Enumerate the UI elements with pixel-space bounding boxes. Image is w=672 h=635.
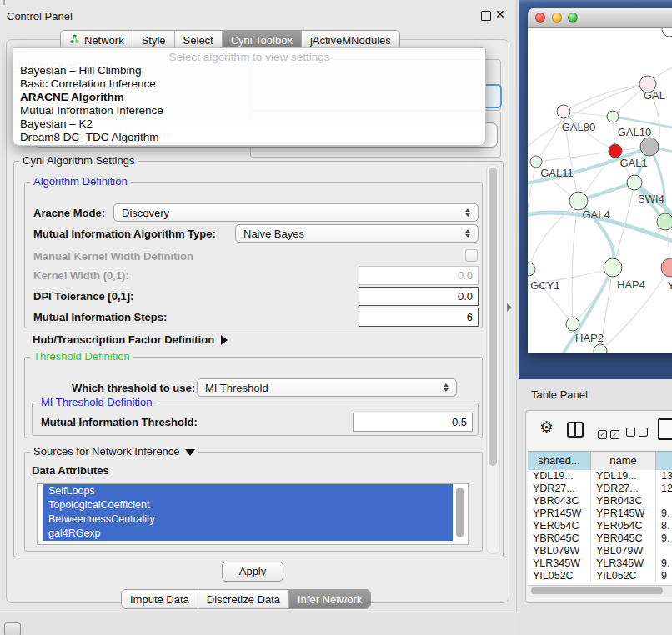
table-cell[interactable]: YER054C — [528, 520, 591, 532]
algorithm-option-mutual-information-inference[interactable]: Mutual Information Inference — [13, 104, 485, 118]
select-all-columns-icon[interactable]: ✓✓ — [598, 425, 623, 440]
minimize-traffic-light-icon[interactable] — [552, 12, 562, 22]
network-node-swi4[interactable] — [627, 175, 642, 190]
table-cell[interactable]: 9. — [656, 508, 672, 520]
mi-threshold-field[interactable]: 0.5 — [353, 412, 473, 432]
zoom-traffic-light-icon[interactable] — [568, 12, 578, 22]
split-columns-icon[interactable] — [567, 422, 584, 438]
manual-kernel-width-checkbox[interactable] — [465, 249, 478, 262]
network-edge[interactable] — [528, 162, 536, 256]
network-node-hap2[interactable] — [566, 318, 579, 331]
column-header-cut[interactable] — [656, 452, 672, 470]
network-node-y[interactable] — [661, 258, 672, 277]
tab-discretize-data[interactable]: Discretize Data — [198, 590, 289, 608]
mi-threshold-label: Mutual Information Threshold: — [41, 416, 198, 428]
table-cell[interactable]: YIL052C — [528, 570, 591, 582]
float-window-icon[interactable] — [481, 11, 491, 21]
network-node-gal11[interactable] — [530, 156, 542, 168]
network-node-gal80[interactable] — [557, 105, 570, 118]
algorithm-option-bayesian-hill-climbing[interactable]: Bayesian – Hill Climbing — [13, 64, 485, 78]
algorithm-option-bayesian-k2[interactable]: Bayesian – K2 — [13, 118, 485, 131]
settings-scrollbar-track[interactable] — [486, 164, 500, 554]
table-cell[interactable]: YLR345W — [591, 558, 656, 570]
table-cell[interactable]: 8. — [656, 520, 672, 532]
network-node[interactable] — [640, 138, 659, 156]
network-node-gcy1[interactable] — [528, 262, 535, 276]
table-cell[interactable]: YDR27... — [528, 482, 591, 495]
network-node-gal1[interactable] — [609, 144, 622, 158]
which-threshold-combobox[interactable]: MI Threshold — [197, 378, 457, 397]
algorithm-option-dream8-dc-tdc-algorithm[interactable]: Dream8 DC_TDC Algorithm — [13, 131, 485, 144]
tab-infer-network[interactable]: Infer Network — [289, 590, 370, 608]
network-edge[interactable] — [529, 269, 573, 324]
data-attribute-item[interactable]: BetweennessCentrality — [43, 512, 453, 527]
data-attribute-item[interactable]: TopologicalCoefficient — [43, 498, 453, 512]
network-canvas[interactable]: GALGAL80GAL10GAL1GAL11SWI4GAL4GCY1HAP4YH… — [528, 28, 672, 353]
network-node-hap4[interactable] — [604, 258, 622, 277]
tab-cyni-toolbox[interactable]: Cyni Toolbox — [223, 31, 302, 49]
column-header-name[interactable]: name — [591, 452, 656, 470]
tab-jactivemnodules[interactable]: jActiveMNodules — [302, 31, 399, 49]
kernel-width-field[interactable]: 0.0 — [359, 266, 479, 285]
table-cell[interactable] — [656, 545, 672, 558]
table-cell[interactable]: YBR045C — [591, 532, 656, 545]
network-window-titlebar[interactable] — [528, 8, 672, 28]
aracne-mode-combobox[interactable]: Discovery — [113, 203, 479, 222]
network-edge[interactable] — [528, 84, 648, 151]
tab-impute-data[interactable]: Impute Data — [122, 590, 198, 608]
table-cell[interactable]: YBR045C — [528, 532, 591, 545]
table-cell[interactable]: 9 — [656, 570, 672, 582]
document-icon[interactable] — [658, 418, 672, 440]
table-cell[interactable]: YBL079W — [528, 545, 591, 558]
network-edge[interactable] — [572, 201, 579, 324]
table-cell[interactable]: YPR145W — [528, 508, 591, 520]
network-node[interactable] — [662, 28, 672, 37]
manual-kernel-width-label: Manual Kernel Width Definition — [33, 250, 193, 262]
table-cell[interactable]: 13 — [656, 470, 672, 482]
sources-group-title[interactable]: Sources for Network Inference — [30, 446, 198, 458]
network-edge[interactable] — [644, 349, 672, 353]
table-cell[interactable]: 9. — [656, 532, 672, 545]
table-cell[interactable]: YBR043C — [528, 495, 591, 508]
table-hscrollbar-thumb[interactable] — [531, 588, 663, 594]
network-node-gal10[interactable] — [607, 111, 619, 122]
table-cell[interactable] — [656, 495, 672, 508]
minimized-panel-icon[interactable] — [4, 622, 21, 635]
table-cell[interactable]: YDL19... — [591, 470, 656, 482]
panel-splitter-arrow-icon[interactable] — [507, 303, 512, 312]
dpi-tolerance-field[interactable]: 0.0 — [359, 287, 479, 306]
deselect-all-columns-icon[interactable] — [626, 425, 651, 440]
data-attribute-item[interactable]: SelfLoops — [43, 484, 453, 498]
algorithm-option-aracne-algorithm[interactable]: ARACNE Algorithm — [13, 91, 485, 104]
hub-definition-expander[interactable]: Hub/Transcription Factor Definition — [33, 333, 228, 346]
table-cell[interactable]: YLR345W — [528, 558, 591, 570]
data-attribute-item[interactable]: gal4RGexp — [43, 527, 453, 541]
table-hscrollbar-track[interactable] — [528, 585, 672, 597]
algorithm-option-basic-correlation-inference[interactable]: Basic Correlation Inference — [13, 78, 485, 91]
table-cell[interactable]: YDL19... — [528, 470, 591, 482]
tab-style[interactable]: Style — [133, 31, 175, 49]
close-traffic-light-icon[interactable] — [535, 12, 545, 22]
network-node[interactable] — [594, 344, 607, 353]
network-node[interactable] — [657, 213, 672, 230]
table-cell[interactable]: 12 — [656, 482, 672, 495]
tab-network[interactable]: Network — [61, 31, 133, 49]
list-scrollbar-thumb[interactable] — [456, 488, 464, 538]
table-cell[interactable]: YDR27... — [591, 482, 656, 495]
close-icon[interactable]: ✕ — [495, 8, 505, 21]
network-node-gal4[interactable] — [569, 192, 588, 210]
gear-icon[interactable]: ⚙ — [539, 419, 554, 436]
apply-button[interactable]: Apply — [222, 562, 283, 582]
table-cell[interactable]: YIL052C — [591, 570, 656, 582]
mi-algorithm-type-combobox[interactable]: Naive Bayes — [235, 224, 479, 242]
table-cell[interactable]: YPR145W — [591, 508, 656, 520]
mi-steps-field[interactable]: 6 — [359, 308, 479, 327]
settings-scrollbar-thumb[interactable] — [489, 168, 497, 466]
table-cell[interactable]: YBL079W — [591, 545, 656, 558]
table-cell[interactable]: 9. — [656, 558, 672, 570]
table-cell[interactable]: YBR043C — [591, 495, 656, 508]
column-header-shared[interactable]: shared... — [528, 452, 591, 470]
tab-select[interactable]: Select — [175, 31, 223, 49]
table-cell[interactable]: YER054C — [591, 520, 656, 532]
network-edge[interactable] — [536, 151, 615, 162]
